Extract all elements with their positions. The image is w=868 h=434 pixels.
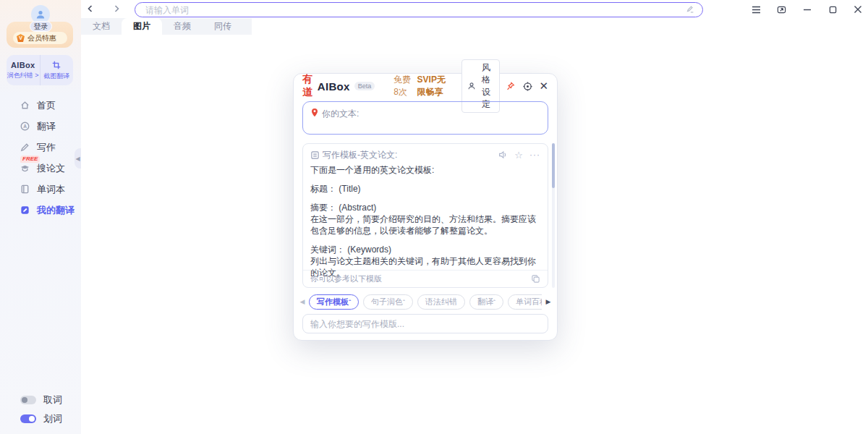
login-button[interactable]: 登录 — [30, 21, 52, 32]
sidebar-collapse-handle[interactable]: ◀ — [75, 148, 81, 169]
close-dialog-icon[interactable]: ✕ — [539, 80, 548, 93]
gear-icon[interactable] — [522, 80, 533, 93]
result-line: 下面是一个通用的英文论文模板: — [310, 164, 540, 176]
book-icon — [20, 184, 30, 195]
popout-icon — [777, 5, 786, 14]
dialog-scrollbar-thumb[interactable] — [552, 143, 555, 188]
free-badge: FREE — [20, 156, 40, 163]
sidebar-toggles: 取词 划词 — [0, 391, 81, 428]
sidebar-item-label: 我的翻译 — [37, 204, 75, 217]
sidebar-item-home[interactable]: 首页 — [0, 95, 81, 116]
chip-translate[interactable]: 翻译ˆ — [469, 294, 503, 310]
result-header: 写作模板-英文论文: ☆ ··· — [303, 144, 548, 161]
result-actions: ☆ ··· — [498, 150, 540, 160]
tab-document[interactable]: 文档 — [81, 18, 122, 35]
member-offer-button[interactable]: V 会员特惠 — [13, 32, 67, 44]
toggle-knob — [22, 397, 27, 403]
pen-icon — [20, 142, 30, 153]
chips-scroll-left-icon[interactable]: ◀ — [299, 298, 305, 305]
chip-label: 单词百科 — [516, 297, 542, 306]
sidebar-item-translate[interactable]: A 翻译 — [0, 116, 81, 137]
result-line: 标题： (Title) — [310, 183, 540, 195]
result-line — [310, 195, 540, 202]
sidebar-item-label: 翻译 — [37, 120, 56, 133]
chip-label: 翻译 — [477, 297, 493, 306]
person-icon — [467, 82, 476, 90]
search-input[interactable] — [135, 2, 703, 17]
close-icon — [854, 5, 862, 14]
free-count-label: 免费8次 — [393, 74, 411, 98]
user-icon — [35, 9, 46, 20]
chips-scroll-right-icon[interactable]: ▶ — [545, 298, 551, 305]
chips-strip: 写作模板ˆ 句子润色ˆ 语法纠错 翻译ˆ 单词百科 论文去 — [309, 294, 542, 310]
graduation-cap-icon — [20, 163, 30, 174]
chip-label: 写作模板 — [317, 297, 349, 306]
template-request-input[interactable] — [302, 314, 548, 333]
sidebar-item-writing[interactable]: 写作 — [0, 137, 81, 158]
pencil-icon[interactable] — [685, 4, 695, 14]
screenshot-translate-button[interactable]: 截图翻译 — [40, 55, 74, 85]
forward-button[interactable] — [110, 2, 123, 15]
beta-badge: Beta — [354, 82, 375, 90]
your-text-label: 你的文本: — [322, 108, 359, 120]
copy-icon[interactable] — [531, 274, 540, 284]
toggle-knob — [29, 416, 35, 422]
maximize-icon — [829, 6, 837, 14]
chip-word-encyclopedia[interactable]: 单词百科 — [508, 294, 542, 310]
chevron-up-icon: ˆ — [349, 299, 351, 306]
chip-grammar-check[interactable]: 语法纠错 — [417, 294, 465, 310]
aibox-polish-label: 润色纠错 > — [7, 71, 39, 80]
chip-writing-template[interactable]: 写作模板ˆ — [309, 294, 359, 310]
minimize-icon — [803, 5, 812, 14]
my-translation-icon — [20, 205, 30, 216]
aibox-title: AIBox — [318, 80, 350, 93]
sidebar-item-label: 搜论文 — [37, 162, 65, 175]
sidebar-item-label: 写作 — [37, 141, 56, 154]
result-line: 摘要： (Abstract) — [310, 202, 540, 213]
word-select-toggle[interactable] — [20, 414, 36, 423]
sidebar-item-wordbook[interactable]: 单词本 — [0, 179, 81, 200]
result-body: 下面是一个通用的英文论文模板: 标题： (Title) 摘要： (Abstrac… — [303, 161, 548, 278]
result-line — [310, 176, 540, 183]
speaker-icon[interactable] — [498, 150, 508, 160]
sidebar-item-my-translations[interactable]: 我的翻译 — [0, 200, 81, 221]
chevron-left-icon: ◀ — [75, 156, 80, 162]
more-options-icon[interactable]: ··· — [529, 150, 540, 159]
your-text-input[interactable]: 你的文本: — [302, 101, 548, 135]
maximize-button[interactable] — [826, 3, 839, 16]
result-title: 写作模板-英文论文: — [323, 149, 397, 161]
result-footer: 你可以参考以下模版 — [303, 270, 548, 287]
result-line — [310, 237, 540, 244]
app-menu-button[interactable] — [749, 3, 762, 16]
tab-interpretation[interactable]: 同传 — [203, 18, 243, 35]
tab-image[interactable]: 图片 — [122, 18, 162, 35]
word-capture-label: 取词 — [43, 393, 62, 407]
chip-label: 句子润色 — [371, 297, 403, 306]
word-capture-toggle[interactable] — [20, 396, 36, 404]
chevron-up-icon: ˆ — [403, 299, 405, 306]
svip-promo-link[interactable]: SVIP无限畅享 — [417, 74, 448, 98]
sidebar: 登录 V 会员特惠 AIBox 润色纠错 > 截图翻译 首页 A 翻译 — [0, 0, 81, 434]
word-capture-toggle-row: 取词 — [0, 391, 81, 409]
mode-chips-row: ◀ 写作模板ˆ 句子润色ˆ 语法纠错 翻译ˆ 单词百科 论文去 ▶ — [299, 294, 551, 310]
chip-sentence-polish[interactable]: 句子润色ˆ — [363, 294, 413, 310]
minimize-button[interactable] — [801, 3, 814, 16]
aibox-dialog: 有道 AIBox Beta 免费8次 SVIP无限畅享 风格设定 ✕ 你的文本: — [293, 73, 558, 341]
pin-icon[interactable] — [506, 80, 516, 93]
star-icon[interactable]: ☆ — [514, 150, 523, 160]
chip-label: 语法纠错 — [425, 297, 457, 306]
sidebar-item-paper-search[interactable]: FREE 搜论文 — [0, 158, 81, 179]
tab-audio[interactable]: 音频 — [162, 18, 203, 35]
mini-window-button[interactable] — [775, 3, 788, 16]
translate-icon: A — [20, 121, 30, 132]
close-window-button[interactable] — [851, 3, 864, 16]
sidebar-item-label: 首页 — [37, 99, 56, 112]
word-select-label: 划词 — [43, 412, 62, 425]
member-offer-label: 会员特惠 — [27, 33, 56, 43]
chevron-up-icon: ˆ — [493, 299, 495, 306]
aibox-polish-button[interactable]: AIBox 润色纠错 > — [7, 55, 40, 85]
template-doc-icon — [310, 150, 320, 160]
aibox-dialog-header: 有道 AIBox Beta 免费8次 SVIP无限畅享 风格设定 ✕ — [294, 74, 557, 98]
back-button[interactable] — [84, 2, 97, 15]
aibox-shortcut-card: AIBox 润色纠错 > 截图翻译 — [7, 55, 73, 85]
